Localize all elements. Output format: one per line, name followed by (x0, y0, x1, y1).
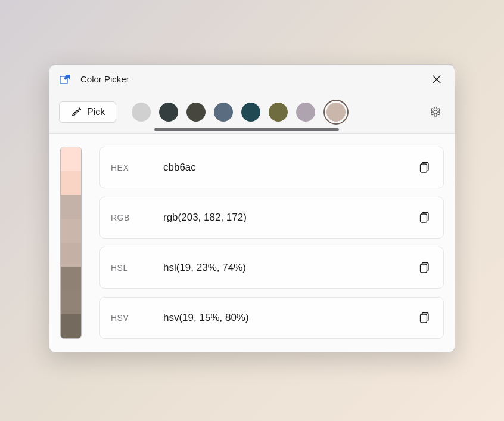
titlebar: Color Picker (49, 65, 455, 92)
shade-3[interactable] (61, 219, 81, 243)
app-icon (59, 73, 71, 85)
gear-icon (430, 106, 441, 118)
swatch-5[interactable] (269, 103, 288, 122)
shade-0[interactable] (61, 147, 81, 171)
formats-list: HEX cbb6ac RGB rgb(203, 182, 172) (99, 147, 444, 339)
copy-button-hsl[interactable] (416, 259, 433, 276)
shade-2[interactable] (61, 195, 81, 219)
format-label: RGB (111, 213, 163, 222)
copy-icon (419, 162, 430, 174)
content-area: HEX cbb6ac RGB rgb(203, 182, 172) (49, 134, 455, 352)
shade-column (60, 147, 82, 339)
format-value: cbb6ac (163, 162, 416, 174)
swatch-4[interactable] (241, 103, 260, 122)
shade-5[interactable] (61, 267, 81, 290)
copy-icon (419, 212, 430, 224)
swatch-2[interactable] (186, 103, 206, 122)
svg-rect-4 (420, 214, 427, 222)
shade-7[interactable] (61, 314, 81, 338)
format-row-hsl[interactable]: HSL hsl(19, 23%, 74%) (99, 247, 444, 289)
shade-1[interactable] (61, 171, 81, 195)
settings-button[interactable] (426, 103, 445, 122)
window-title: Color Picker (80, 74, 129, 84)
close-button[interactable] (428, 71, 445, 88)
swatch-3[interactable] (214, 103, 233, 122)
swatch-1[interactable] (159, 103, 178, 122)
format-value: hsl(19, 23%, 74%) (163, 262, 416, 274)
pick-button[interactable]: Pick (59, 101, 116, 123)
copy-icon (419, 262, 430, 274)
swatch-selected-inner (326, 103, 346, 122)
swatch-0[interactable] (132, 103, 151, 122)
toolbar: Pick (49, 92, 455, 134)
pick-button-label: Pick (87, 107, 105, 117)
eyedropper-icon (70, 107, 81, 117)
shade-4[interactable] (61, 243, 81, 267)
format-row-rgb[interactable]: RGB rgb(203, 182, 172) (99, 197, 444, 239)
copy-icon (419, 312, 430, 324)
format-row-hsv[interactable]: HSV hsv(19, 15%, 80%) (99, 297, 444, 339)
svg-rect-6 (420, 264, 427, 273)
svg-rect-2 (420, 164, 427, 172)
svg-rect-8 (420, 314, 427, 323)
shade-6[interactable] (61, 290, 81, 314)
swatch-row (132, 100, 414, 125)
copy-button-hex[interactable] (416, 159, 433, 176)
color-picker-window: Color Picker Pick (49, 64, 455, 352)
format-label: HEX (111, 163, 163, 172)
close-icon (433, 75, 441, 83)
format-value: rgb(203, 182, 172) (163, 212, 416, 224)
format-label: HSL (111, 263, 163, 273)
format-label: HSV (111, 313, 163, 323)
swatch-scrollbar[interactable] (154, 128, 339, 131)
format-value: hsv(19, 15%, 80%) (163, 312, 416, 324)
copy-button-rgb[interactable] (416, 209, 433, 226)
copy-button-hsv[interactable] (416, 309, 433, 326)
format-row-hex[interactable]: HEX cbb6ac (99, 147, 444, 188)
swatch-selected[interactable] (323, 100, 349, 125)
swatch-6[interactable] (296, 103, 315, 122)
